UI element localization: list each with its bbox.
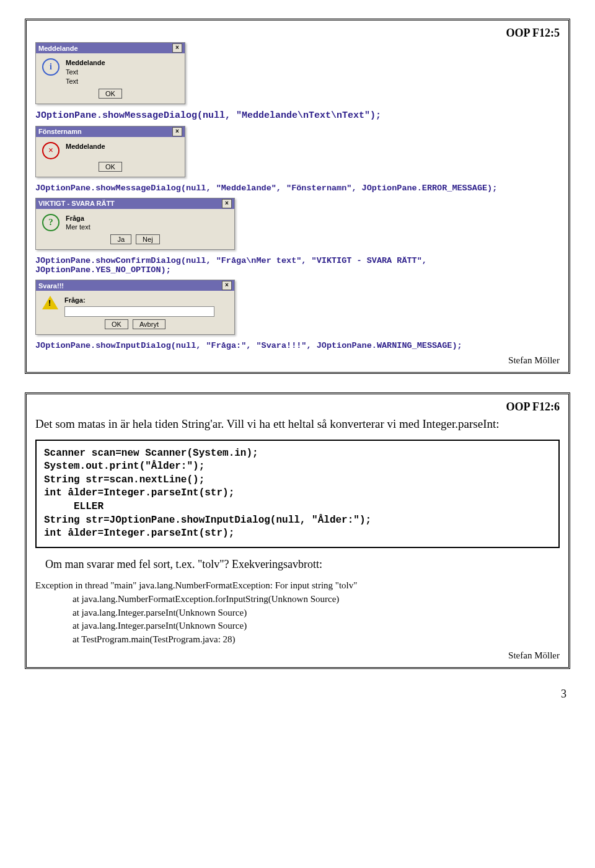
ok-button[interactable]: OK (105, 319, 128, 329)
close-icon[interactable]: × (222, 281, 232, 290)
dialog-message: Meddelande Text Text (66, 58, 105, 86)
code-box: Scanner scan=new Scanner(System.in); Sys… (35, 440, 560, 548)
info-icon: i (42, 58, 60, 76)
code-line-3: JOptionPane.showConfirmDialog(null, "Frå… (35, 256, 560, 275)
dialog-title: VIKTIGT - SVARA RÄTT (38, 200, 115, 207)
stack-line: at java.lang.Integer.parseInt(Unknown So… (73, 619, 560, 633)
close-icon[interactable]: × (222, 199, 232, 208)
stack-trace: Exception in thread "main" java.lang.Num… (35, 579, 560, 647)
code-line-2: JOptionPane.showMessageDialog(null, "Med… (35, 184, 560, 193)
page-number: 3 (25, 688, 570, 701)
cancel-button[interactable]: Avbryt (133, 319, 165, 329)
stack-line: at java.lang.NumberFormatException.forIn… (73, 593, 560, 606)
dialog-confirm: VIKTIGT - SVARA RÄTT × ? Fråga Mer text … (35, 198, 235, 250)
ok-button[interactable]: OK (99, 89, 122, 99)
slide-5: OOP F12:5 Meddelande × i Meddelande Text… (25, 19, 570, 374)
dialog-error: Fönsternamn × × Meddelande OK (35, 126, 185, 177)
dialog-message: Fråga Mer text (66, 214, 90, 232)
slide-header: OOP F12:5 (35, 27, 560, 40)
slide-6: OOP F12:6 Det som matas in är hela tiden… (25, 392, 570, 669)
dialog-message: Meddelande (66, 142, 105, 159)
no-button[interactable]: Nej (136, 234, 160, 244)
text-input[interactable] (64, 306, 214, 317)
code-line-1: JOptionPane.showMessageDialog(null, "Med… (35, 110, 560, 121)
dialog-title: Svara!!! (38, 282, 64, 290)
code-line-4: JOptionPane.showInputDialog(null, "Fråga… (35, 341, 560, 350)
author: Stefan Möller (35, 650, 560, 661)
yes-button[interactable]: Ja (110, 234, 131, 244)
slide-header: OOP F12:6 (35, 401, 560, 414)
mid-paragraph: Om man svarar med fel sort, t.ex. "tolv"… (45, 557, 560, 572)
ok-button[interactable]: OK (99, 162, 122, 172)
stack-line: at TestProgram.main(TestProgram.java: 28… (73, 633, 560, 647)
titlebar: Meddelande × (36, 43, 185, 53)
dialog-input: Svara!!! × Fråga: OK Avbryt (35, 280, 235, 335)
exception-head: Exception in thread "main" java.lang.Num… (35, 580, 357, 590)
close-icon[interactable]: × (172, 43, 182, 53)
author: Stefan Möller (35, 355, 560, 366)
question-icon: ? (42, 214, 60, 231)
dialog-title: Fönsternamn (38, 128, 82, 135)
dialog-title: Meddelande (38, 45, 78, 52)
intro-paragraph: Det som matas in är hela tiden String'ar… (35, 416, 560, 432)
dialog-message: Fråga: (64, 296, 214, 317)
error-icon: × (42, 142, 60, 159)
warning-icon (42, 296, 58, 309)
close-icon[interactable]: × (172, 127, 182, 136)
dialog-info: Meddelande × i Meddelande Text Text OK (35, 42, 185, 104)
stack-line: at java.lang.Integer.parseInt(Unknown So… (73, 606, 560, 620)
